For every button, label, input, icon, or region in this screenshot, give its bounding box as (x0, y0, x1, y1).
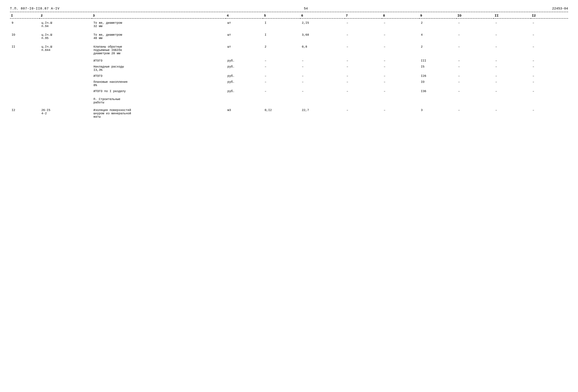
s2-col2 (40, 64, 92, 73)
row10-col12: – (531, 31, 568, 43)
s4-col1 (10, 79, 40, 88)
row10-unit: шт (226, 31, 263, 43)
row11-desc: Клапаны обратные подъемные I6БIбк диамет… (92, 43, 226, 58)
section-header-row: П. Строительные работы (10, 94, 568, 106)
header-right: 22453-04 (552, 7, 568, 10)
s4-col3: Плановые накопления 8% (92, 79, 226, 88)
table-row: 9 ц.Iч.Ш п.94 То же, диаметром 32 мм шт … (10, 18, 568, 31)
sh-col2 (40, 94, 92, 106)
s2-col1 (10, 64, 40, 73)
s1-col10: – (456, 58, 494, 64)
row10-col7: – (345, 31, 382, 43)
s2-col9: I5 (419, 64, 456, 73)
row12-col10: – (456, 106, 494, 121)
s4-col12: – (531, 79, 568, 88)
sh-rest (226, 94, 568, 106)
row11-unit: шт (226, 43, 263, 58)
col-header-9: 9 (419, 13, 456, 18)
col-header-8: 8 (382, 13, 419, 18)
table-row: I2 26-I5 4-2 Изоляция поверхностей шнуро… (10, 106, 568, 121)
main-table: I 2 3 4 5 6 7 8 9 IO II I2 9 ц.Iч.Ш п.94… (10, 13, 568, 121)
row9-col11: – (494, 18, 531, 31)
col-header-11: II (494, 13, 531, 18)
s4-col6: – (300, 79, 345, 88)
s4-col2 (40, 79, 92, 88)
row11-col8: – (382, 43, 419, 58)
row12-desc: Изоляция поверхностей шнуром из минераль… (92, 106, 226, 121)
table-row: IO ц.Iч.Ш п.95 То же, диаметром 40 мм шт… (10, 31, 568, 43)
s5-col10: – (456, 88, 494, 94)
sh-col3: П. Строительные работы (92, 94, 226, 106)
s5-col1 (10, 88, 40, 94)
s1-col3: ИТОГО (92, 58, 226, 64)
s5-col12: – (531, 88, 568, 94)
s3-col6: – (300, 73, 345, 79)
s1-col12: – (531, 58, 568, 64)
row10-ref: ц.Iч.Ш п.95 (40, 31, 92, 43)
main-table-container: I 2 3 4 5 6 7 8 9 IO II I2 9 ц.Iч.Ш п.94… (10, 13, 568, 121)
s1-col1 (10, 58, 40, 64)
col-header-4: 4 (226, 13, 263, 18)
document-container: Т.П. 807-I0-II8.87 А-IV 54 22453-04 I 2 … (10, 7, 568, 121)
row9-col8: – (382, 18, 419, 31)
s3-col4: руб. (226, 73, 263, 79)
s3-col8: – (382, 73, 419, 79)
col-header-3: 3 (92, 13, 226, 18)
s1-col2 (40, 58, 92, 64)
row10-col5: I (263, 31, 300, 43)
s3-col10: – (456, 73, 494, 79)
s4-col10: – (456, 79, 494, 88)
s2-col5: – (263, 64, 300, 73)
row9-col5: I (263, 18, 300, 31)
s4-col7: – (345, 79, 382, 88)
top-divider (10, 12, 568, 12)
s3-col2 (40, 73, 92, 79)
col-header-5: 5 (263, 13, 300, 18)
row11-col5: 2 (263, 43, 300, 58)
row12-col9: 3 (419, 106, 456, 121)
s4-col11: – (494, 79, 531, 88)
row12-ref: 26-I5 4-2 (40, 106, 92, 121)
s5-col11: – (494, 88, 531, 94)
s4-col9: IO (419, 79, 456, 88)
row12-col8: – (382, 106, 419, 121)
summary-row-itogo2: ИТОГО руб. – – – – I26 – – – (10, 73, 568, 79)
s5-col5: – (263, 88, 300, 94)
column-header-row: I 2 3 4 5 6 7 8 9 IO II I2 (10, 13, 568, 18)
row9-col10: – (456, 18, 494, 31)
s5-col9: I36 (419, 88, 456, 94)
s2-col8: – (382, 64, 419, 73)
col-header-2: 2 (40, 13, 92, 18)
row12-col7: – (345, 106, 382, 121)
s4-col5: – (263, 79, 300, 88)
row9-col6: 2,I5 (300, 18, 345, 31)
row12-col5: 0,I2 (263, 106, 300, 121)
row9-desc: То же, диаметром 32 мм (92, 18, 226, 31)
header-row: Т.П. 807-I0-II8.87 А-IV 54 22453-04 (10, 7, 568, 10)
s3-col12: – (531, 73, 568, 79)
row9-num: 9 (10, 18, 40, 31)
row10-col6: 3,68 (300, 31, 345, 43)
s1-col11: – (494, 58, 531, 64)
header-left: Т.П. 807-I0-II8.87 А-IV (10, 7, 59, 10)
s5-col2 (40, 88, 92, 94)
row9-col7: – (345, 18, 382, 31)
s2-col10: – (456, 64, 494, 73)
row11-col11: – (494, 43, 531, 58)
row10-col11: – (494, 31, 531, 43)
s5-col8: – (382, 88, 419, 94)
s5-col6: – (300, 88, 345, 94)
col-header-6: 6 (300, 13, 345, 18)
header-center: 54 (304, 7, 308, 10)
s4-col8: – (382, 79, 419, 88)
row10-col9: 4 (419, 31, 456, 43)
summary-row-itogo1: ИТОГО руб. – – – – III – – – (10, 58, 568, 64)
s4-col4: руб. (226, 79, 263, 88)
row9-ref: ц.Iч.Ш п.94 (40, 18, 92, 31)
s2-col4: руб. (226, 64, 263, 73)
summary-row-section-total: ИТОГО по I разделу руб. – – – – I36 – – … (10, 88, 568, 94)
row10-col8: – (382, 31, 419, 43)
row11-col6: 0,8 (300, 43, 345, 58)
row11-col12: – (531, 43, 568, 58)
s5-col7: – (345, 88, 382, 94)
